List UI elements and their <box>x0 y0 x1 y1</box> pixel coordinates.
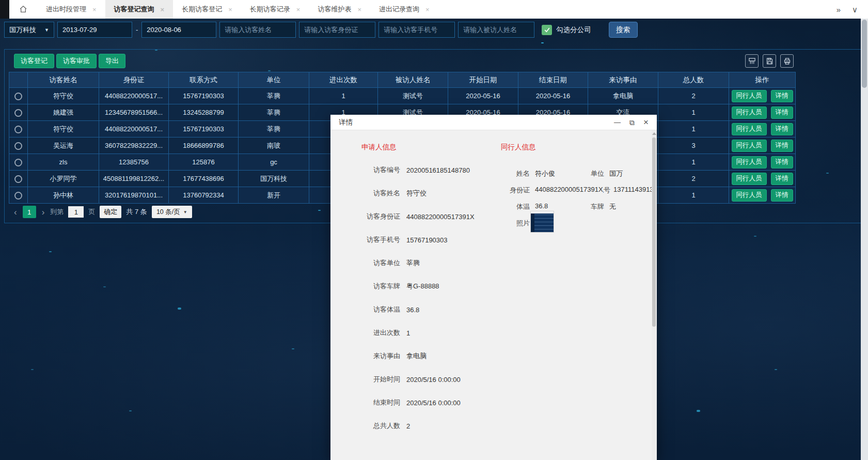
tab-longterm-records[interactable]: 长期访客记录 × <box>241 0 309 19</box>
branch-checkbox[interactable] <box>542 25 552 35</box>
column-settings-icon[interactable] <box>745 54 759 68</box>
details-button[interactable]: 详情 <box>771 173 793 185</box>
details-button[interactable]: 详情 <box>771 90 793 102</box>
print-icon[interactable] <box>780 54 794 68</box>
visitor-phone-input[interactable] <box>384 26 450 34</box>
tab-longterm-register[interactable]: 长期访客登记 × <box>173 0 241 19</box>
tab-close-icon[interactable]: × <box>425 6 430 13</box>
row-select-radio[interactable] <box>14 142 22 150</box>
companion-photo-thumbnail[interactable] <box>531 211 554 232</box>
companions-button[interactable]: 同行人员 <box>732 90 767 102</box>
tab-close-icon[interactable]: × <box>228 6 232 13</box>
header-unit: 单位 <box>239 72 309 88</box>
visitor-register-button[interactable]: 访客登记 <box>14 54 54 68</box>
visitor-name-input[interactable] <box>225 26 291 34</box>
companion-plate: 无 <box>609 202 616 211</box>
row-select-radio[interactable] <box>14 109 22 117</box>
end-date-input[interactable] <box>147 26 211 34</box>
visitor-approve-button[interactable]: 访客审批 <box>56 54 97 68</box>
tab-bar: 进出时段管理 × 访客登记查询 × 长期访客登记 × 长期访客记录 × 访客维护… <box>0 0 868 19</box>
field-visitor-number: 访客编号 20200516185148780 <box>361 165 475 175</box>
cell-total: 2 <box>658 88 729 104</box>
row-select-radio[interactable] <box>14 159 22 166</box>
companion-idcard: 44088220000517391X <box>535 186 603 193</box>
branch-checkbox-group[interactable]: 勾选分公司 <box>542 25 591 35</box>
row-select-radio[interactable] <box>14 126 22 133</box>
details-button[interactable]: 详情 <box>771 106 793 119</box>
tab-access-period[interactable]: 进出时段管理 × <box>37 0 105 19</box>
page-size-select[interactable]: 10 条/页 ▼ <box>152 206 192 218</box>
row-select-radio[interactable] <box>14 192 22 200</box>
modal-scrollbar[interactable] <box>652 130 656 460</box>
tab-visitor-maintenance[interactable]: 访客维护表 × <box>309 0 370 19</box>
companions-button[interactable]: 同行人员 <box>732 123 767 135</box>
home-icon <box>19 5 27 13</box>
companions-button[interactable]: 同行人员 <box>732 189 767 202</box>
cell-name: 符守佼 <box>28 121 99 137</box>
cell-total: 1 <box>658 187 729 204</box>
header-visitor-name: 访客姓名 <box>28 72 99 88</box>
start-date-input[interactable] <box>62 26 127 34</box>
companions-button[interactable]: 同行人员 <box>732 140 767 152</box>
row-select-radio[interactable] <box>14 93 22 100</box>
visitee-name-field-wrap <box>458 22 534 38</box>
page-size-value: 10 条/页 <box>156 208 180 217</box>
toolbar: 访客登记 访客审批 导出 <box>5 50 861 72</box>
tab-access-records[interactable]: 进出记录查询 × <box>370 0 438 19</box>
tab-close-icon[interactable]: × <box>161 6 165 13</box>
modal-window-controls: — ⧉ × <box>614 118 649 127</box>
visitor-name-field-wrap <box>219 22 296 38</box>
total-count-label: 共 7 条 <box>126 207 147 217</box>
cell-total: 2 <box>658 171 729 187</box>
background-particles <box>0 19 3 20</box>
prev-page-icon[interactable]: ‹ <box>13 208 18 217</box>
cell-phone: 15767190303 <box>169 88 239 104</box>
cell-unit: 莘腾 <box>239 88 309 104</box>
tab-label: 访客登记查询 <box>114 5 154 14</box>
visitor-id-input[interactable] <box>304 26 370 34</box>
field-visitor-idcard: 访客身份证 44088220000517391X <box>361 212 475 221</box>
details-button[interactable]: 详情 <box>771 189 793 202</box>
next-page-icon[interactable]: › <box>41 208 46 217</box>
page-scrollbar[interactable] <box>861 19 868 460</box>
visitee-name-input[interactable] <box>463 26 529 34</box>
tab-menu-chevron-icon[interactable]: ∨ <box>852 6 858 13</box>
tab-visitor-query[interactable]: 访客登记查询 × <box>105 0 173 19</box>
tab-close-icon[interactable]: × <box>296 6 301 13</box>
header-actions: 操作 <box>729 72 796 88</box>
tab-label: 访客维护表 <box>318 5 351 14</box>
jump-prefix-label: 到第 <box>50 207 64 217</box>
table-header-row: 访客姓名 身份证 联系方式 单位 进出次数 被访人姓名 开始日期 结束日期 来访… <box>9 72 796 88</box>
search-button[interactable]: 搜索 <box>609 22 638 38</box>
tab-home[interactable] <box>9 0 37 19</box>
cell-idcard: 36078229832229... <box>99 137 169 154</box>
header-count: 进出次数 <box>309 72 378 88</box>
companions-button[interactable]: 同行人员 <box>732 106 767 119</box>
jump-confirm-button[interactable]: 确定 <box>100 206 121 218</box>
current-page-button[interactable]: 1 <box>23 206 36 218</box>
companions-button[interactable]: 同行人员 <box>732 156 767 168</box>
modal-title: 详情 <box>339 118 353 127</box>
export-button[interactable]: 导出 <box>99 54 125 68</box>
minimize-icon[interactable]: — <box>614 119 621 126</box>
chevron-down-icon: ▼ <box>183 210 187 214</box>
details-button[interactable]: 详情 <box>771 123 793 135</box>
cell-phone: 15767190303 <box>169 121 239 137</box>
jump-page-input[interactable] <box>68 206 84 218</box>
details-button[interactable]: 详情 <box>771 156 793 168</box>
row-select-radio[interactable] <box>14 175 22 183</box>
scroll-up-icon[interactable] <box>652 132 656 135</box>
maximize-icon[interactable]: ⧉ <box>629 119 635 126</box>
more-tabs-icon[interactable]: » <box>837 6 841 13</box>
modal-scrollbar-thumb[interactable] <box>652 137 656 327</box>
page-scrollbar-thumb[interactable] <box>862 20 867 88</box>
company-select[interactable]: 国万科技 ▼ <box>4 22 54 38</box>
details-button[interactable]: 详情 <box>771 140 793 152</box>
table-tool-icons <box>745 54 794 68</box>
field-total-people: 总共人数 2 <box>361 421 475 431</box>
save-export-icon[interactable] <box>763 54 776 68</box>
tab-close-icon[interactable]: × <box>92 6 97 13</box>
close-icon[interactable]: × <box>643 118 649 127</box>
companions-button[interactable]: 同行人员 <box>732 173 767 185</box>
tab-close-icon[interactable]: × <box>357 6 361 13</box>
